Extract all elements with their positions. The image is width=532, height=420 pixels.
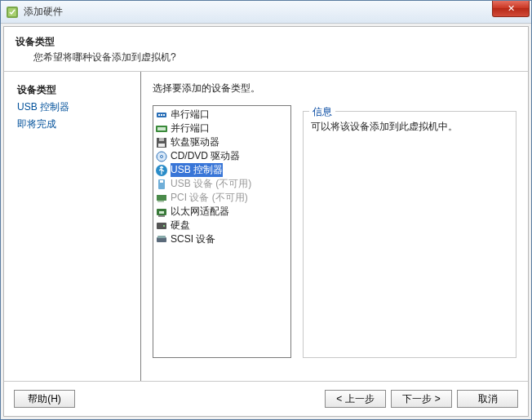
svg-rect-17 xyxy=(157,201,164,202)
info-panel-text: 可以将该设备添加到此虚拟机中。 xyxy=(311,120,508,134)
close-button[interactable]: ✕ xyxy=(492,1,530,17)
instruction-text: 选择要添加的设备类型。 xyxy=(153,82,516,95)
window-title: 添加硬件 xyxy=(24,5,63,19)
device-item-cd-dvd-drive[interactable]: CD/DVD 驱动器 xyxy=(153,149,290,163)
back-button[interactable]: < 上一步 xyxy=(325,390,386,408)
parallel-port-icon xyxy=(155,122,168,135)
wizard-header: 设备类型 您希望将哪种设备添加到虚拟机? xyxy=(4,27,528,72)
device-item-usb-device: USB 设备 (不可用) xyxy=(153,177,290,191)
svg-point-12 xyxy=(161,155,163,157)
page-subheading: 您希望将哪种设备添加到虚拟机? xyxy=(33,51,516,64)
device-item-label: USB 设备 (不可用) xyxy=(171,177,251,191)
svg-point-22 xyxy=(163,225,165,227)
cancel-button[interactable]: 取消 xyxy=(457,390,518,408)
svg-rect-19 xyxy=(159,211,164,214)
serial-port-icon xyxy=(155,108,168,122)
device-item-parallel-port[interactable]: 并行端口 xyxy=(153,122,290,135)
wizard-footer: 帮助(H) < 上一步 下一步 > 取消 xyxy=(4,381,528,416)
cd-dvd-drive-icon xyxy=(155,150,168,163)
wizard-main-panel: 选择要添加的设备类型。 串行端口并行端口软盘驱动器CD/DVD 驱动器USB 控… xyxy=(141,72,528,381)
device-item-label: 串行端口 xyxy=(171,108,210,122)
svg-rect-21 xyxy=(157,223,166,229)
titlebar: 添加硬件 ✕ xyxy=(1,1,531,24)
help-button[interactable]: 帮助(H) xyxy=(14,390,75,408)
panels-row: 串行端口并行端口软盘驱动器CD/DVD 驱动器USB 控制器USB 设备 (不可… xyxy=(153,105,516,373)
svg-rect-3 xyxy=(158,114,160,116)
add-hardware-wizard-window: 添加硬件 ✕ 设备类型 您希望将哪种设备添加到虚拟机? 设备类型USB 控制器即… xyxy=(0,0,532,420)
device-item-hard-disk[interactable]: 硬盘 xyxy=(153,219,290,232)
device-item-label: PCI 设备 (不可用) xyxy=(171,191,248,205)
info-panel-legend: 信息 xyxy=(309,105,335,119)
svg-rect-16 xyxy=(157,195,166,201)
close-icon: ✕ xyxy=(508,3,515,14)
device-item-pci-device: PCI 设备 (不可用) xyxy=(153,191,290,205)
info-panel-border xyxy=(303,111,516,358)
pci-device-icon xyxy=(155,192,168,205)
info-panel: 信息 可以将该设备添加到此虚拟机中。 xyxy=(303,105,516,358)
device-item-label: 软盘驱动器 xyxy=(171,135,219,149)
wizard-step-0: 设备类型 xyxy=(17,82,134,99)
wizard-step-2[interactable]: 即将完成 xyxy=(17,116,134,133)
svg-rect-10 xyxy=(158,144,165,147)
device-item-label: 以太网适配器 xyxy=(171,205,229,219)
device-type-list[interactable]: 串行端口并行端口软盘驱动器CD/DVD 驱动器USB 控制器USB 设备 (不可… xyxy=(153,105,291,358)
svg-rect-7 xyxy=(157,127,166,130)
device-item-label: 硬盘 xyxy=(171,219,190,232)
device-item-label: 并行端口 xyxy=(171,122,210,135)
scsi-device-icon xyxy=(155,233,168,246)
usb-controller-icon xyxy=(155,164,168,177)
device-item-scsi-device[interactable]: SCSI 设备 xyxy=(153,232,290,246)
svg-rect-4 xyxy=(161,114,162,116)
svg-rect-20 xyxy=(158,215,165,217)
svg-rect-5 xyxy=(163,114,165,116)
device-item-serial-port[interactable]: 串行端口 xyxy=(153,108,290,122)
ethernet-adapter-icon xyxy=(155,206,168,219)
content-area: 设备类型 您希望将哪种设备添加到虚拟机? 设备类型USB 控制器即将完成 选择要… xyxy=(3,26,529,417)
wizard-body: 设备类型USB 控制器即将完成 选择要添加的设备类型。 串行端口并行端口软盘驱动… xyxy=(4,72,528,381)
svg-rect-24 xyxy=(157,236,166,238)
device-item-floppy-drive[interactable]: 软盘驱动器 xyxy=(153,135,290,149)
device-item-ethernet-adapter[interactable]: 以太网适配器 xyxy=(153,205,290,219)
usb-device-icon xyxy=(155,178,168,191)
hard-disk-icon xyxy=(155,219,168,232)
svg-rect-15 xyxy=(160,180,163,183)
floppy-drive-icon xyxy=(155,136,168,149)
page-heading: 设备类型 xyxy=(16,35,516,49)
app-icon xyxy=(6,6,19,19)
next-button[interactable]: 下一步 > xyxy=(391,390,452,408)
device-item-label: SCSI 设备 xyxy=(171,232,215,246)
svg-rect-9 xyxy=(159,138,164,141)
device-item-usb-controller[interactable]: USB 控制器 xyxy=(153,163,290,177)
device-item-label: CD/DVD 驱动器 xyxy=(171,149,240,163)
device-item-label: USB 控制器 xyxy=(171,163,223,177)
wizard-step-1[interactable]: USB 控制器 xyxy=(17,99,134,116)
wizard-steps-sidebar: 设备类型USB 控制器即将完成 xyxy=(4,72,141,381)
